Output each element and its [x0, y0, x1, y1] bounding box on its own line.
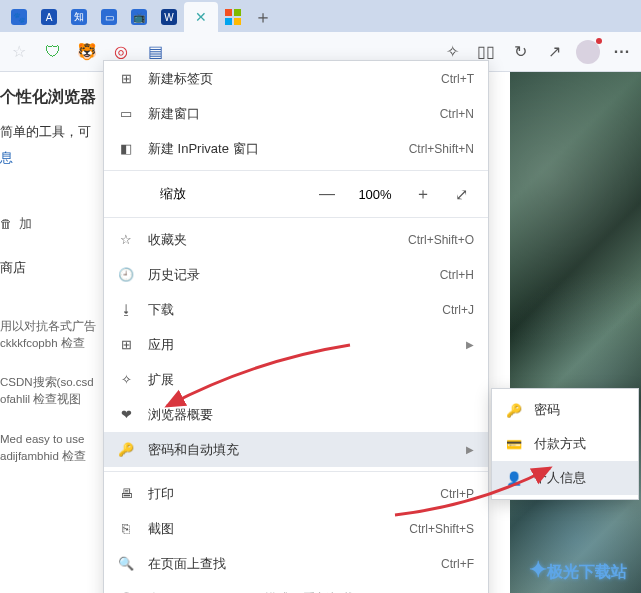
- tab-active[interactable]: ✕: [184, 2, 218, 32]
- submenu-passwords[interactable]: 🔑 密码: [492, 393, 638, 427]
- fullscreen-button[interactable]: ⤢: [448, 181, 474, 207]
- store-label: 商店: [0, 258, 120, 278]
- menu-new-inprivate[interactable]: ◧ 新建 InPrivate 窗口 Ctrl+Shift+N: [104, 131, 488, 166]
- text-block: Med easy to use adijfambhid 检查: [0, 431, 120, 466]
- menu-passwords-autofill[interactable]: 🔑 密码和自动填充 ▶: [104, 432, 488, 467]
- puzzle-icon: ✧: [118, 372, 134, 387]
- passwords-submenu: 🔑 密码 💳 付款方式 👤 个人信息: [491, 388, 639, 500]
- tab-site5[interactable]: 📺: [124, 2, 154, 32]
- menu-downloads[interactable]: ⭳ 下载 Ctrl+J: [104, 292, 488, 327]
- history-icon[interactable]: ↻: [507, 39, 533, 65]
- menu-new-tab[interactable]: ⊞ 新建标签页 Ctrl+T: [104, 61, 488, 96]
- page-title: 个性化浏览器: [0, 84, 120, 110]
- person-icon: 👤: [506, 471, 522, 486]
- menu-separator: [104, 170, 488, 171]
- apps-icon: ⊞: [118, 337, 134, 352]
- zoom-out-button[interactable]: —: [314, 181, 340, 207]
- submenu-payment[interactable]: 💳 付款方式: [492, 427, 638, 461]
- tab-add-button[interactable]: ＋: [248, 2, 278, 32]
- menu-separator: [104, 471, 488, 472]
- screenshot-icon: ⎘: [118, 521, 134, 536]
- menu-favorites[interactable]: ☆ 收藏夹 Ctrl+Shift+O: [104, 222, 488, 257]
- text-block: CSDN搜索(so.csd ofahlil 检查视图: [0, 374, 120, 409]
- tab-baidu[interactable]: 🐾: [4, 2, 34, 32]
- card-icon: 💳: [506, 437, 522, 452]
- download-icon: ⭳: [118, 302, 134, 317]
- tab-site2[interactable]: A: [34, 2, 64, 32]
- menu-extensions[interactable]: ✧ 扩展: [104, 362, 488, 397]
- pulse-icon: ❤: [118, 407, 134, 422]
- add-favorite-label: 加: [19, 214, 32, 234]
- add-favorite-row[interactable]: 🗑 加: [0, 214, 120, 234]
- menu-zoom-row: 缩放 — 100% ＋ ⤢: [104, 175, 488, 213]
- text-block: 用以对抗各式广告 ckkkfcopbh 检查: [0, 318, 120, 353]
- more-menu-button[interactable]: ···: [609, 39, 635, 65]
- settings-menu: ⊞ 新建标签页 Ctrl+T ▭ 新建窗口 Ctrl+N ◧ 新建 InPriv…: [103, 60, 489, 593]
- menu-apps[interactable]: ⊞ 应用 ▶: [104, 327, 488, 362]
- tiger-icon[interactable]: 🐯: [74, 39, 100, 65]
- menu-history[interactable]: 🕘 历史记录 Ctrl+H: [104, 257, 488, 292]
- inprivate-icon: ◧: [118, 141, 134, 156]
- tab-site4[interactable]: ▭: [94, 2, 124, 32]
- menu-separator: [104, 217, 488, 218]
- profile-avatar[interactable]: [575, 39, 601, 65]
- key-icon: 🔑: [506, 403, 522, 418]
- menu-screenshot[interactable]: ⎘ 截图 Ctrl+Shift+S: [104, 511, 488, 546]
- zoom-in-button[interactable]: ＋: [410, 181, 436, 207]
- new-tab-icon: ⊞: [118, 71, 134, 86]
- printer-icon: 🖶: [118, 486, 134, 501]
- ie-icon: ⓔ: [118, 590, 134, 594]
- tab-strip: 🐾 A 知 ▭ 📺 W ✕ ＋: [0, 0, 641, 32]
- shield-icon[interactable]: 🛡: [40, 39, 66, 65]
- zoom-percent: 100%: [352, 187, 398, 202]
- tab-site6[interactable]: W: [154, 2, 184, 32]
- trash-icon: 🗑: [0, 214, 13, 234]
- menu-browser-essentials[interactable]: ❤ 浏览器概要: [104, 397, 488, 432]
- favorite-star-icon[interactable]: ☆: [6, 39, 32, 65]
- desktop-background: ✦极光下载站: [510, 72, 641, 593]
- star-icon: ☆: [118, 232, 134, 247]
- menu-ie-mode: ⓔ 在 Internet Explorer 模式下重新加载: [104, 581, 488, 593]
- search-icon: 🔍: [118, 556, 134, 571]
- submenu-label: 个人信息: [534, 469, 586, 487]
- submenu-label: 密码: [534, 401, 560, 419]
- watermark: ✦极光下载站: [529, 557, 627, 583]
- key-icon: 🔑: [118, 442, 134, 457]
- submenu-personal-info[interactable]: 👤 个人信息: [492, 461, 638, 495]
- menu-print[interactable]: 🖶 打印 Ctrl+P: [104, 476, 488, 511]
- tab-microsoft[interactable]: [218, 2, 248, 32]
- clock-icon: 🕘: [118, 267, 134, 282]
- chevron-right-icon: ▶: [466, 339, 474, 350]
- tab-zhihu[interactable]: 知: [64, 2, 94, 32]
- page-line: 息: [0, 148, 120, 168]
- new-window-icon: ▭: [118, 106, 134, 121]
- share-icon[interactable]: ↗: [541, 39, 567, 65]
- menu-new-window[interactable]: ▭ 新建窗口 Ctrl+N: [104, 96, 488, 131]
- chevron-right-icon: ▶: [466, 444, 474, 455]
- menu-find[interactable]: 🔍 在页面上查找 Ctrl+F: [104, 546, 488, 581]
- submenu-label: 付款方式: [534, 435, 586, 453]
- page-line: 简单的工具，可: [0, 122, 120, 142]
